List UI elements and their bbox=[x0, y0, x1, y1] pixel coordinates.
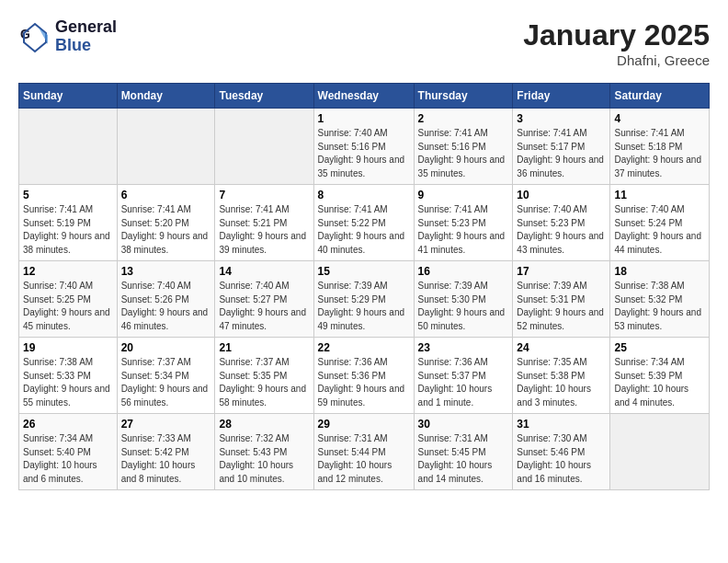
day-number: 20 bbox=[121, 341, 211, 354]
calendar-table: SundayMondayTuesdayWednesdayThursdayFrid… bbox=[18, 83, 710, 490]
day-number: 30 bbox=[418, 418, 509, 431]
day-info: Sunrise: 7:31 AM Sunset: 5:45 PM Dayligh… bbox=[418, 432, 509, 486]
day-number: 19 bbox=[23, 341, 113, 354]
day-info: Sunrise: 7:33 AM Sunset: 5:42 PM Dayligh… bbox=[121, 432, 211, 486]
calendar-cell bbox=[610, 414, 710, 490]
day-number: 12 bbox=[23, 265, 113, 278]
calendar-cell: 26Sunrise: 7:34 AM Sunset: 5:40 PM Dayli… bbox=[19, 414, 118, 490]
col-header-monday: Monday bbox=[117, 84, 215, 109]
day-info: Sunrise: 7:31 AM Sunset: 5:44 PM Dayligh… bbox=[318, 432, 410, 486]
logo-blue: Blue bbox=[55, 37, 117, 55]
logo: G General Blue bbox=[18, 18, 117, 55]
day-info: Sunrise: 7:40 AM Sunset: 5:24 PM Dayligh… bbox=[614, 203, 705, 257]
calendar-cell: 6Sunrise: 7:41 AM Sunset: 5:20 PM Daylig… bbox=[117, 185, 215, 261]
day-info: Sunrise: 7:34 AM Sunset: 5:40 PM Dayligh… bbox=[23, 432, 113, 486]
day-number: 8 bbox=[318, 189, 410, 201]
day-number: 13 bbox=[121, 265, 211, 278]
day-number: 27 bbox=[121, 418, 211, 431]
day-info: Sunrise: 7:41 AM Sunset: 5:17 PM Dayligh… bbox=[517, 127, 606, 180]
day-info: Sunrise: 7:41 AM Sunset: 5:22 PM Dayligh… bbox=[318, 203, 410, 257]
calendar-cell: 28Sunrise: 7:32 AM Sunset: 5:43 PM Dayli… bbox=[215, 414, 313, 490]
logo-icon: G bbox=[18, 20, 51, 53]
calendar-cell: 8Sunrise: 7:41 AM Sunset: 5:22 PM Daylig… bbox=[313, 185, 414, 261]
day-number: 23 bbox=[418, 341, 509, 354]
calendar-cell: 5Sunrise: 7:41 AM Sunset: 5:19 PM Daylig… bbox=[19, 185, 118, 261]
day-number: 31 bbox=[517, 418, 606, 431]
day-number: 18 bbox=[614, 265, 705, 278]
day-info: Sunrise: 7:41 AM Sunset: 5:20 PM Dayligh… bbox=[121, 203, 211, 257]
calendar-cell: 30Sunrise: 7:31 AM Sunset: 5:45 PM Dayli… bbox=[414, 414, 513, 490]
col-header-sunday: Sunday bbox=[19, 84, 118, 109]
day-info: Sunrise: 7:37 AM Sunset: 5:35 PM Dayligh… bbox=[219, 356, 309, 409]
day-info: Sunrise: 7:35 AM Sunset: 5:38 PM Dayligh… bbox=[517, 356, 606, 409]
calendar-cell: 12Sunrise: 7:40 AM Sunset: 5:25 PM Dayli… bbox=[19, 261, 118, 338]
day-number: 6 bbox=[121, 189, 211, 201]
title-block: January 2025 Dhafni, Greece bbox=[523, 18, 710, 68]
calendar-cell: 21Sunrise: 7:37 AM Sunset: 5:35 PM Dayli… bbox=[215, 338, 313, 414]
calendar-cell: 17Sunrise: 7:39 AM Sunset: 5:31 PM Dayli… bbox=[513, 261, 610, 338]
calendar-cell: 13Sunrise: 7:40 AM Sunset: 5:26 PM Dayli… bbox=[117, 261, 215, 338]
logo-general: General bbox=[55, 18, 117, 37]
day-number: 4 bbox=[614, 112, 705, 125]
page-header: G General Blue January 2025 Dhafni, Gree… bbox=[18, 18, 710, 68]
day-info: Sunrise: 7:38 AM Sunset: 5:32 PM Dayligh… bbox=[614, 280, 705, 333]
calendar-cell: 31Sunrise: 7:30 AM Sunset: 5:46 PM Dayli… bbox=[513, 414, 610, 490]
day-number: 22 bbox=[318, 341, 410, 354]
day-number: 9 bbox=[418, 189, 509, 201]
location: Dhafni, Greece bbox=[523, 52, 710, 68]
col-header-thursday: Thursday bbox=[414, 84, 513, 109]
calendar-cell: 23Sunrise: 7:36 AM Sunset: 5:37 PM Dayli… bbox=[414, 338, 513, 414]
day-number: 11 bbox=[614, 189, 705, 201]
day-number: 15 bbox=[318, 265, 410, 278]
day-info: Sunrise: 7:40 AM Sunset: 5:23 PM Dayligh… bbox=[517, 203, 606, 257]
calendar-cell: 18Sunrise: 7:38 AM Sunset: 5:32 PM Dayli… bbox=[610, 261, 710, 338]
calendar-cell: 1Sunrise: 7:40 AM Sunset: 5:16 PM Daylig… bbox=[313, 109, 414, 185]
day-number: 25 bbox=[614, 341, 705, 354]
calendar-cell: 24Sunrise: 7:35 AM Sunset: 5:38 PM Dayli… bbox=[513, 338, 610, 414]
col-header-friday: Friday bbox=[513, 84, 610, 109]
calendar-cell: 20Sunrise: 7:37 AM Sunset: 5:34 PM Dayli… bbox=[117, 338, 215, 414]
day-info: Sunrise: 7:38 AM Sunset: 5:33 PM Dayligh… bbox=[23, 356, 113, 409]
day-info: Sunrise: 7:30 AM Sunset: 5:46 PM Dayligh… bbox=[517, 432, 606, 486]
day-number: 3 bbox=[517, 112, 606, 125]
day-info: Sunrise: 7:40 AM Sunset: 5:27 PM Dayligh… bbox=[219, 280, 309, 333]
calendar-cell: 2Sunrise: 7:41 AM Sunset: 5:16 PM Daylig… bbox=[414, 109, 513, 185]
day-number: 10 bbox=[517, 189, 606, 201]
calendar-cell: 29Sunrise: 7:31 AM Sunset: 5:44 PM Dayli… bbox=[313, 414, 414, 490]
calendar-cell: 14Sunrise: 7:40 AM Sunset: 5:27 PM Dayli… bbox=[215, 261, 313, 338]
day-info: Sunrise: 7:32 AM Sunset: 5:43 PM Dayligh… bbox=[219, 432, 309, 486]
calendar-cell: 3Sunrise: 7:41 AM Sunset: 5:17 PM Daylig… bbox=[513, 109, 610, 185]
day-number: 1 bbox=[318, 112, 410, 125]
day-info: Sunrise: 7:41 AM Sunset: 5:19 PM Dayligh… bbox=[23, 203, 113, 257]
day-info: Sunrise: 7:36 AM Sunset: 5:36 PM Dayligh… bbox=[318, 356, 410, 409]
calendar-cell: 15Sunrise: 7:39 AM Sunset: 5:29 PM Dayli… bbox=[313, 261, 414, 338]
calendar-cell: 4Sunrise: 7:41 AM Sunset: 5:18 PM Daylig… bbox=[610, 109, 710, 185]
week-row-5: 26Sunrise: 7:34 AM Sunset: 5:40 PM Dayli… bbox=[19, 414, 710, 490]
day-info: Sunrise: 7:39 AM Sunset: 5:30 PM Dayligh… bbox=[418, 280, 509, 333]
day-info: Sunrise: 7:41 AM Sunset: 5:23 PM Dayligh… bbox=[418, 203, 509, 257]
calendar-header-row: SundayMondayTuesdayWednesdayThursdayFrid… bbox=[19, 84, 710, 109]
day-info: Sunrise: 7:39 AM Sunset: 5:29 PM Dayligh… bbox=[318, 280, 410, 333]
day-number: 17 bbox=[517, 265, 606, 278]
day-number: 14 bbox=[219, 265, 309, 278]
calendar-cell: 27Sunrise: 7:33 AM Sunset: 5:42 PM Dayli… bbox=[117, 414, 215, 490]
calendar-cell: 25Sunrise: 7:34 AM Sunset: 5:39 PM Dayli… bbox=[610, 338, 710, 414]
day-info: Sunrise: 7:41 AM Sunset: 5:21 PM Dayligh… bbox=[219, 203, 309, 257]
day-number: 2 bbox=[418, 112, 509, 125]
week-row-4: 19Sunrise: 7:38 AM Sunset: 5:33 PM Dayli… bbox=[19, 338, 710, 414]
col-header-wednesday: Wednesday bbox=[313, 84, 414, 109]
calendar-cell bbox=[215, 109, 313, 185]
week-row-3: 12Sunrise: 7:40 AM Sunset: 5:25 PM Dayli… bbox=[19, 261, 710, 338]
calendar-cell: 10Sunrise: 7:40 AM Sunset: 5:23 PM Dayli… bbox=[513, 185, 610, 261]
day-number: 29 bbox=[318, 418, 410, 431]
day-number: 16 bbox=[418, 265, 509, 278]
calendar-cell: 19Sunrise: 7:38 AM Sunset: 5:33 PM Dayli… bbox=[19, 338, 118, 414]
day-info: Sunrise: 7:34 AM Sunset: 5:39 PM Dayligh… bbox=[614, 356, 705, 409]
day-number: 5 bbox=[23, 189, 113, 201]
day-info: Sunrise: 7:40 AM Sunset: 5:16 PM Dayligh… bbox=[318, 127, 410, 180]
day-info: Sunrise: 7:39 AM Sunset: 5:31 PM Dayligh… bbox=[517, 280, 606, 333]
day-info: Sunrise: 7:41 AM Sunset: 5:18 PM Dayligh… bbox=[614, 127, 705, 180]
day-number: 21 bbox=[219, 341, 309, 354]
calendar-cell: 7Sunrise: 7:41 AM Sunset: 5:21 PM Daylig… bbox=[215, 185, 313, 261]
day-info: Sunrise: 7:40 AM Sunset: 5:26 PM Dayligh… bbox=[121, 280, 211, 333]
